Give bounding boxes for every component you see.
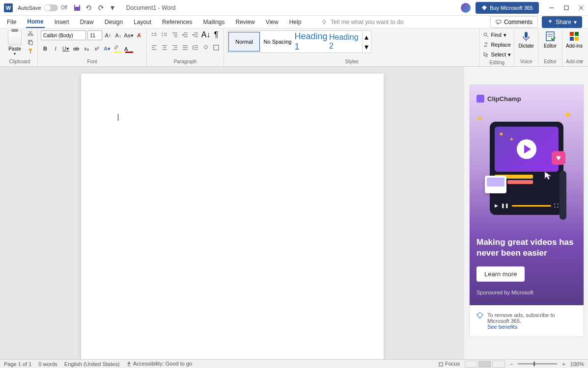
clear-formatting-icon[interactable]: A̸ — [135, 31, 143, 40]
buy-m365-button[interactable]: Buy Microsoft 365 — [476, 2, 539, 14]
tab-review[interactable]: Review — [235, 17, 256, 27]
status-words[interactable]: 0 words — [38, 361, 57, 367]
maximize-button[interactable] — [563, 5, 569, 11]
style-normal[interactable]: Normal — [228, 32, 260, 52]
font-color-button[interactable]: A — [124, 44, 134, 53]
multilevel-list-icon[interactable] — [170, 30, 179, 39]
diamond-icon — [481, 5, 487, 11]
style-no-spacing[interactable]: No Spacing — [262, 32, 293, 52]
zoom-level[interactable]: 100% — [570, 361, 584, 367]
cut-icon[interactable] — [28, 30, 34, 37]
addins-icon — [568, 30, 580, 42]
accessibility-icon — [126, 362, 132, 367]
document-page[interactable] — [81, 74, 384, 359]
svg-rect-59 — [575, 37, 579, 41]
close-button[interactable] — [578, 5, 584, 11]
style-heading-1[interactable]: Heading 1 — [295, 32, 327, 52]
increase-indent-icon[interactable] — [191, 30, 200, 39]
svg-rect-57 — [575, 32, 579, 36]
grow-font-icon[interactable]: A↑ — [104, 31, 112, 40]
justify-icon[interactable] — [181, 43, 190, 52]
tab-design[interactable]: Design — [104, 17, 124, 27]
autosave-toggle[interactable] — [44, 4, 58, 11]
line-spacing-icon[interactable] — [191, 43, 200, 52]
save-icon[interactable] — [73, 4, 81, 12]
svg-rect-52 — [525, 32, 528, 38]
subscript-button[interactable]: x₂ — [82, 44, 91, 53]
ad-cta-button[interactable]: Learn more — [476, 266, 525, 282]
tab-insert[interactable]: Insert — [54, 17, 70, 27]
share-button[interactable]: Share ▾ — [542, 16, 582, 28]
addins-button[interactable]: Add-ins — [565, 30, 583, 49]
styles-more-button[interactable]: ▴▾ — [362, 32, 370, 52]
status-language[interactable]: English (United States) — [64, 361, 120, 367]
style-heading-2[interactable]: Heading 2 — [329, 32, 360, 52]
decrease-indent-icon[interactable] — [181, 30, 190, 39]
minimize-button[interactable] — [549, 5, 555, 11]
font-name-input[interactable] — [41, 30, 86, 40]
show-hide-icon[interactable]: ¶ — [212, 30, 221, 39]
zoom-out-button[interactable]: − — [510, 361, 513, 367]
tab-help[interactable]: Help — [288, 17, 303, 27]
cursor-arrow-icon — [544, 171, 554, 181]
editor-group: Editor Editor — [538, 29, 562, 66]
tab-file[interactable]: File — [6, 17, 17, 27]
highlight-button[interactable] — [113, 44, 123, 53]
align-center-icon[interactable] — [160, 43, 169, 52]
timeline-track — [507, 180, 533, 184]
undo-icon[interactable] — [85, 4, 93, 12]
dictate-button[interactable]: Dictate — [517, 30, 535, 49]
underline-button[interactable]: U▾ — [61, 44, 70, 53]
align-left-icon[interactable] — [150, 43, 159, 52]
comments-button[interactable]: Comments — [490, 16, 538, 28]
tab-mailings[interactable]: Mailings — [202, 17, 225, 27]
find-button[interactable]: Find ▾ — [483, 30, 511, 39]
ad-footer-link[interactable]: See benefits — [487, 324, 517, 330]
superscript-button[interactable]: x² — [92, 44, 101, 53]
web-layout-button[interactable] — [492, 361, 505, 368]
read-mode-button[interactable] — [465, 361, 477, 368]
select-icon — [483, 52, 489, 57]
svg-rect-8 — [496, 20, 501, 23]
sort-icon[interactable]: A↓ — [201, 30, 210, 39]
collapse-ribbon-icon[interactable]: ⌵ — [579, 55, 584, 64]
paste-button[interactable]: Paste ▾ — [5, 30, 25, 56]
zoom-in-button[interactable]: + — [562, 361, 565, 367]
text-effects-icon[interactable]: A▾ — [103, 44, 112, 53]
change-case-icon[interactable]: Aa▾ — [124, 31, 133, 40]
tell-me-search[interactable]: Tell me what you want to do — [321, 19, 403, 26]
status-page[interactable]: Page 1 of 1 — [4, 361, 31, 367]
shading-icon[interactable] — [201, 43, 210, 52]
font-size-input[interactable] — [87, 30, 102, 40]
bullets-icon[interactable] — [150, 30, 159, 39]
replace-button[interactable]: Replace — [483, 40, 511, 49]
tab-draw[interactable]: Draw — [79, 17, 95, 27]
format-painter-icon[interactable] — [28, 48, 34, 55]
copy-icon[interactable] — [28, 39, 34, 46]
zoom-slider[interactable] — [518, 363, 557, 365]
clipboard-group: Paste ▾ Clipboard — [2, 29, 38, 66]
select-button[interactable]: Select ▾ — [483, 50, 511, 59]
user-avatar[interactable] — [461, 3, 471, 13]
tab-view[interactable]: View — [265, 17, 280, 27]
focus-button[interactable]: Focus — [438, 361, 460, 367]
buy-label: Buy Microsoft 365 — [490, 5, 533, 11]
status-accessibility[interactable]: Accessibility: Good to go — [126, 361, 192, 367]
redo-icon[interactable] — [97, 4, 105, 12]
borders-icon[interactable] — [212, 43, 221, 52]
bold-button[interactable]: B — [41, 44, 50, 53]
svg-rect-1 — [75, 5, 79, 7]
align-right-icon[interactable] — [170, 43, 179, 52]
print-layout-button[interactable] — [478, 361, 491, 368]
tab-home[interactable]: Home — [26, 16, 44, 28]
tab-layout[interactable]: Layout — [133, 17, 152, 27]
italic-button[interactable]: I — [51, 44, 60, 53]
editor-button[interactable]: Editor — [541, 30, 559, 49]
qat-more-icon[interactable]: ▾ — [109, 4, 116, 12]
numbering-icon[interactable]: 12 — [160, 30, 169, 39]
shrink-font-icon[interactable]: A↓ — [114, 31, 123, 40]
svg-text:2: 2 — [162, 34, 163, 37]
strikethrough-button[interactable]: ab — [72, 44, 81, 53]
svg-rect-15 — [29, 49, 32, 51]
tab-references[interactable]: References — [161, 17, 193, 27]
